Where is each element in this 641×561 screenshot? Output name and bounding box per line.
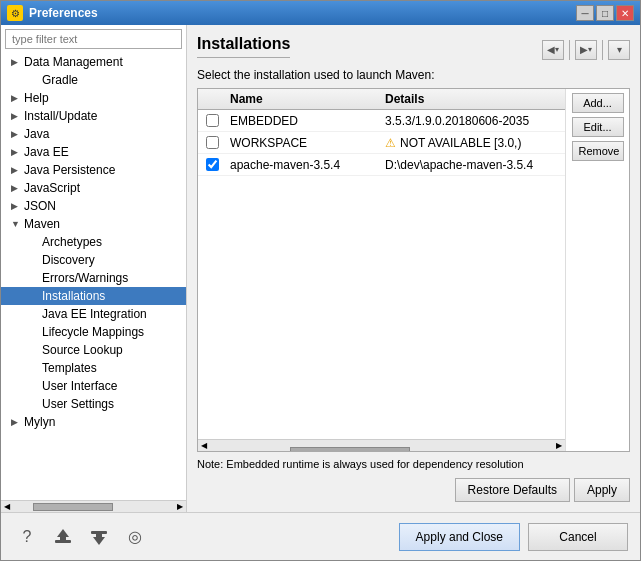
actions-column: Add... Edit... Remove: [565, 89, 629, 451]
sidebar-item-java[interactable]: ▶ Java: [1, 125, 186, 143]
description-text: Select the installation used to launch M…: [197, 68, 630, 82]
table-row: WORKSPACE ⚠ NOT AVAILABLE [3.0,): [198, 132, 565, 154]
expand-icon: ▶: [11, 165, 21, 175]
sidebar-item-gradle[interactable]: Gradle: [1, 71, 186, 89]
maximize-button[interactable]: □: [596, 5, 614, 21]
sidebar-item-json[interactable]: ▶ JSON: [1, 197, 186, 215]
row-checkbox-apache[interactable]: [198, 158, 226, 171]
forward-icon: ▶: [580, 44, 588, 55]
bottom-bar: Restore Defaults Apply: [197, 474, 630, 502]
footer: ? ◎ Apply and Close Cancel: [1, 512, 640, 560]
cancel-button[interactable]: Cancel: [528, 523, 628, 551]
main-panel: Installations ◀ ▾ ▶ ▾ ▾: [187, 25, 640, 512]
sidebar: ▶ Data Management Gradle ▶ Help ▶ Instal…: [1, 25, 187, 512]
warning-icon: ⚠: [385, 136, 396, 150]
th-details: Details: [381, 92, 565, 106]
restore-defaults-button[interactable]: Restore Defaults: [455, 478, 570, 502]
h-scroll-thumb[interactable]: [290, 447, 410, 452]
sidebar-item-user-settings[interactable]: User Settings: [1, 395, 186, 413]
back-button[interactable]: ◀ ▾: [542, 40, 564, 60]
add-button[interactable]: Add...: [572, 93, 624, 113]
edit-button[interactable]: Edit...: [572, 117, 624, 137]
sidebar-item-templates[interactable]: Templates: [1, 359, 186, 377]
panel-title: Installations: [197, 35, 290, 58]
sidebar-item-label: Java Persistence: [24, 163, 115, 177]
sidebar-item-mylyn[interactable]: ▶ Mylyn: [1, 413, 186, 431]
svg-marker-3: [93, 533, 105, 545]
sidebar-item-label: Source Lookup: [42, 343, 123, 357]
sidebar-item-label: Lifecycle Mappings: [42, 325, 144, 339]
row-name-workspace: WORKSPACE: [226, 136, 381, 150]
forward-button[interactable]: ▶ ▾: [575, 40, 597, 60]
sidebar-item-maven[interactable]: ▼ Maven: [1, 215, 186, 233]
sidebar-item-java-ee-integration[interactable]: Java EE Integration: [1, 305, 186, 323]
filter-input[interactable]: [5, 29, 182, 49]
expand-icon: ▶: [11, 129, 21, 139]
sidebar-item-data-management[interactable]: ▶ Data Management: [1, 53, 186, 71]
help-icon[interactable]: ?: [13, 523, 41, 551]
preferences-window: ⚙ Preferences ─ □ ✕ ▶ Data Management Gr…: [0, 0, 641, 561]
close-button[interactable]: ✕: [616, 5, 634, 21]
sidebar-item-lifecycle-mappings[interactable]: Lifecycle Mappings: [1, 323, 186, 341]
row-checkbox-workspace[interactable]: [198, 136, 226, 149]
sidebar-item-java-ee[interactable]: ▶ Java EE: [1, 143, 186, 161]
tree-area: ▶ Data Management Gradle ▶ Help ▶ Instal…: [1, 53, 186, 500]
apply-button[interactable]: Apply: [574, 478, 630, 502]
sidebar-item-label: Archetypes: [42, 235, 102, 249]
nav-separator-2: [602, 40, 603, 60]
sidebar-item-source-lookup[interactable]: Source Lookup: [1, 341, 186, 359]
sidebar-item-javascript[interactable]: ▶ JavaScript: [1, 179, 186, 197]
sidebar-item-archetypes[interactable]: Archetypes: [1, 233, 186, 251]
title-bar: ⚙ Preferences ─ □ ✕: [1, 1, 640, 25]
sidebar-item-discovery[interactable]: Discovery: [1, 251, 186, 269]
table-row: EMBEDDED 3.5.3/1.9.0.20180606-2035: [198, 110, 565, 132]
window-title: Preferences: [29, 6, 576, 20]
sidebar-item-label: Java: [24, 127, 49, 141]
sidebar-item-label: JSON: [24, 199, 56, 213]
table-hscrollbar[interactable]: ◀ ▶: [198, 439, 565, 451]
footer-icons: ? ◎: [13, 523, 391, 551]
h-left-arrow-icon[interactable]: ◀: [198, 440, 210, 452]
apply-and-close-button[interactable]: Apply and Close: [399, 523, 520, 551]
sidebar-item-label: Data Management: [24, 55, 123, 69]
dropdown-arrow-icon: ▾: [617, 44, 622, 55]
expand-icon: ▶: [11, 417, 21, 427]
row-checkbox-embedded[interactable]: [198, 114, 226, 127]
installations-table-container: Name Details EMBEDDED 3.5.3/1.9.: [197, 88, 630, 452]
sidebar-item-label: Templates: [42, 361, 97, 375]
sidebar-item-help[interactable]: ▶ Help: [1, 89, 186, 107]
expand-icon: ▶: [11, 147, 21, 157]
minimize-button[interactable]: ─: [576, 5, 594, 21]
expand-icon: ▶: [11, 111, 21, 121]
export-svg: [53, 527, 73, 547]
remove-button[interactable]: Remove: [572, 141, 624, 161]
sidebar-item-errors-warnings[interactable]: Errors/Warnings: [1, 269, 186, 287]
checkbox-workspace[interactable]: [206, 136, 219, 149]
h-right-arrow-icon[interactable]: ▶: [553, 440, 565, 452]
export-icon[interactable]: [49, 523, 77, 551]
sidebar-item-user-interface[interactable]: User Interface: [1, 377, 186, 395]
sidebar-item-label: Errors/Warnings: [42, 271, 128, 285]
expand-icon: ▶: [11, 57, 21, 67]
back-icon: ◀: [547, 44, 555, 55]
row-details-workspace: ⚠ NOT AVAILABLE [3.0,): [381, 136, 565, 150]
sidebar-item-installations[interactable]: Installations: [1, 287, 186, 305]
table-body: EMBEDDED 3.5.3/1.9.0.20180606-2035 WORKS…: [198, 110, 565, 439]
window-icon: ⚙: [7, 5, 23, 21]
sidebar-hscrollbar[interactable]: ◀ ▶: [1, 500, 186, 512]
left-arrow-icon[interactable]: ◀: [1, 501, 13, 513]
expand-icon: ▶: [11, 93, 21, 103]
row-name-embedded: EMBEDDED: [226, 114, 381, 128]
nav-separator: [569, 40, 570, 60]
sidebar-item-install-update[interactable]: ▶ Install/Update: [1, 107, 186, 125]
dropdown-icon: ▾: [588, 45, 592, 54]
right-arrow-icon[interactable]: ▶: [174, 501, 186, 513]
settings-icon[interactable]: ◎: [121, 523, 149, 551]
dropdown-button[interactable]: ▾: [608, 40, 630, 60]
import-icon[interactable]: [85, 523, 113, 551]
sidebar-item-label: Install/Update: [24, 109, 97, 123]
checkbox-embedded[interactable]: [206, 114, 219, 127]
sidebar-item-java-persistence[interactable]: ▶ Java Persistence: [1, 161, 186, 179]
svg-marker-1: [57, 529, 69, 541]
checkbox-apache[interactable]: [206, 158, 219, 171]
